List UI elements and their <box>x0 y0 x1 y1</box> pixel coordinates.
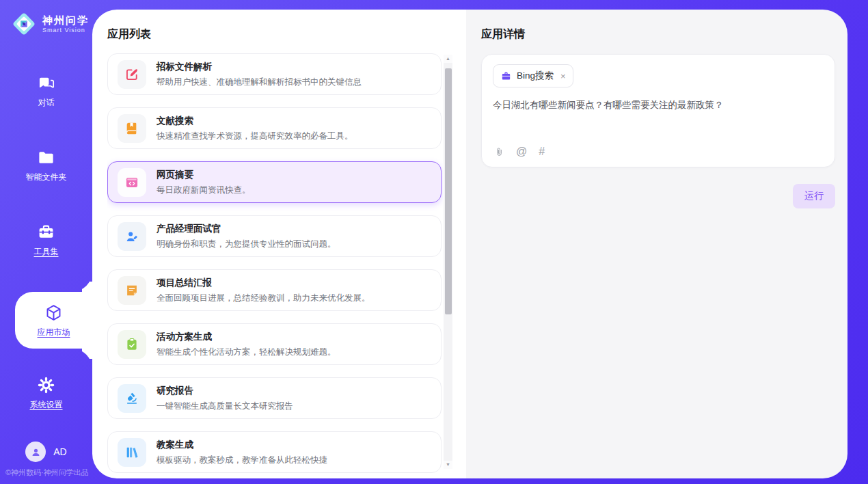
sidebar-item-smart-folders[interactable]: 智能文件夹 <box>0 148 92 183</box>
sidebar-item-settings[interactable]: 系统设置 <box>0 376 92 411</box>
diamond-logo-icon <box>11 11 37 37</box>
app-card-event-plan-generator[interactable]: 活动方案生成 智能生成个性化活动方案，轻松解决规划难题。 <box>107 323 442 365</box>
run-button[interactable]: 运行 <box>793 184 835 208</box>
briefcase-icon <box>500 70 512 82</box>
hash-icon[interactable]: # <box>539 146 545 158</box>
content-surface: 应用列表 招标文件解析 帮助用户快速、准确地理解和解析招标书中的关键信息 文献搜… <box>92 10 847 478</box>
brand-logo: 神州问学 Smart Vision <box>0 0 92 37</box>
app-frame: 神州问学 Smart Vision 对话 智能文件夹 工具集 应用市场 系统设置… <box>0 0 868 484</box>
tool-chip-label: Bing搜索 <box>517 70 554 82</box>
app-card-web-summary[interactable]: 网页摘要 每日政府新闻资讯快查。 <box>107 161 442 203</box>
browser-code-icon <box>118 168 146 197</box>
app-card-pm-interviewer[interactable]: 产品经理面试官 明确身份和职责，为您提供专业性的面试问题。 <box>107 215 442 257</box>
gear-icon <box>37 376 55 394</box>
books-icon <box>118 438 146 467</box>
app-list-title: 应用列表 <box>107 27 466 42</box>
app-detail-title: 应用详情 <box>481 27 835 42</box>
app-detail-panel: 应用详情 Bing搜索 × 今日湖北有哪些新闻要点？有哪些需要关注的最新政策？ … <box>466 10 847 478</box>
app-card-project-summary[interactable]: 项目总结汇报 全面回顾项目进展，总结经验教训，助力未来优化发展。 <box>107 269 442 311</box>
scroll-up-icon[interactable]: ▲ <box>446 55 450 63</box>
sidebar-item-toolbox[interactable]: 工具集 <box>0 223 92 258</box>
chip-close-icon[interactable]: × <box>560 71 566 81</box>
sidebar-item-chat[interactable]: 对话 <box>0 74 92 109</box>
tool-chip-bing-search[interactable]: Bing搜索 × <box>493 64 573 87</box>
list-scrollbar[interactable]: ▲ ▼ <box>444 55 452 469</box>
app-card-bid-document-parsing[interactable]: 招标文件解析 帮助用户快速、准确地理解和解析招标书中的关键信息 <box>107 53 442 95</box>
brand-tagline: Smart Vision <box>42 27 89 33</box>
user-account[interactable]: AD <box>0 442 92 462</box>
cube-icon <box>44 303 63 322</box>
sidebar-nav: 对话 智能文件夹 工具集 应用市场 系统设置 <box>0 74 92 450</box>
folder-icon <box>37 148 55 167</box>
clipboard-check-icon <box>118 330 146 359</box>
avatar <box>25 442 46 462</box>
app-list-panel: 应用列表 招标文件解析 帮助用户快速、准确地理解和解析招标书中的关键信息 文献搜… <box>92 10 466 478</box>
app-card-lesson-plan-generator[interactable]: 教案生成 模板驱动，教案秒成，教学准备从此轻松快捷 <box>107 431 442 473</box>
user-name: AD <box>53 446 66 457</box>
run-row: 运行 <box>481 184 835 208</box>
book-icon <box>118 114 146 143</box>
composer-toolbar: @# <box>494 146 545 158</box>
paperclip-icon[interactable] <box>494 146 504 158</box>
sidebar: 神州问学 Smart Vision 对话 智能文件夹 工具集 应用市场 系统设置… <box>0 0 92 484</box>
interviewer-icon <box>118 222 146 251</box>
chat-icon <box>37 74 55 92</box>
app-card-list: 招标文件解析 帮助用户快速、准确地理解和解析招标书中的关键信息 文献搜索 快速精… <box>107 53 443 478</box>
sidebar-item-app-market[interactable]: 应用市场 <box>15 292 92 349</box>
scrollbar-thumb[interactable] <box>445 68 452 314</box>
brand-name: 神州问学 <box>42 14 89 27</box>
at-sign-icon[interactable]: @ <box>516 146 527 158</box>
user-avatar-icon <box>30 446 42 458</box>
prompt-text[interactable]: 今日湖北有哪些新闻要点？有哪些需要关注的最新政策？ <box>493 99 824 111</box>
toolbox-icon <box>37 223 55 241</box>
scrollbar-track[interactable] <box>444 63 452 461</box>
prompt-card[interactable]: Bing搜索 × 今日湖北有哪些新闻要点？有哪些需要关注的最新政策？ @# <box>481 54 835 167</box>
app-card-research-report[interactable]: 研究报告 一键智能生成高质量长文本研究报告 <box>107 377 442 419</box>
note-icon <box>118 276 146 305</box>
microscope-icon <box>118 384 146 413</box>
edit-square-icon <box>118 60 146 89</box>
app-card-literature-search[interactable]: 文献搜索 快速精准查找学术资源，提高研究效率的必备工具。 <box>107 107 442 149</box>
copyright-text: ©神州数码·神州问学出品 <box>5 467 89 478</box>
scroll-down-icon[interactable]: ▼ <box>446 461 450 469</box>
